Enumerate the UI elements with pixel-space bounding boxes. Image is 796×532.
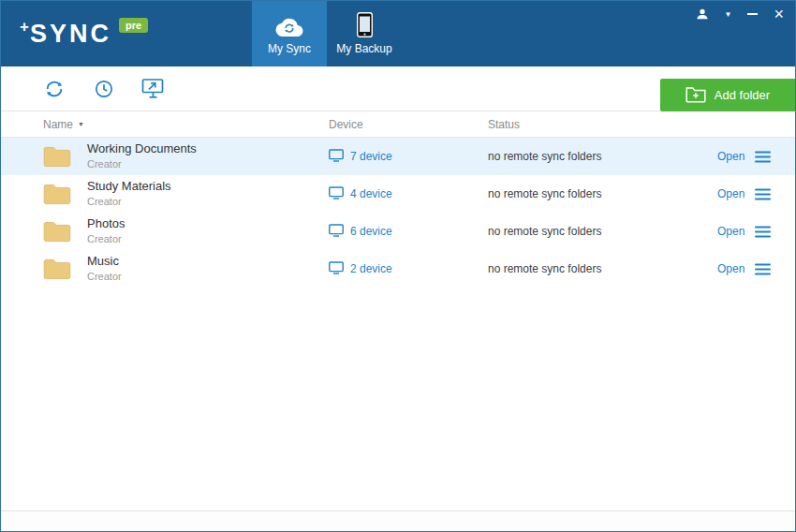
minimize-icon [747, 13, 758, 15]
device-count: 7 device [350, 150, 392, 163]
cloud-sync-icon [273, 12, 305, 37]
tab-my-backup-label: My Backup [336, 42, 391, 55]
row-actions: Open [717, 225, 795, 238]
column-header-status: Status [488, 118, 717, 131]
folder-row[interactable]: Music Creator 2 device no remote sync fo… [1, 250, 795, 288]
device-link[interactable]: 2 device [329, 261, 488, 277]
status-text: no remote sync folders [488, 225, 717, 238]
monitor-icon [329, 149, 344, 165]
close-button[interactable]: × [774, 7, 784, 21]
device-count: 6 device [350, 225, 392, 238]
column-header-name-label: Name [43, 118, 73, 131]
user-icon[interactable] [696, 7, 709, 21]
open-link[interactable]: Open [717, 262, 744, 275]
monitor-icon [329, 186, 344, 202]
sync-refresh-icon[interactable] [42, 78, 66, 100]
folder-list: Working Documents Creator 7 device no re… [1, 138, 795, 510]
folder-name: Photos [87, 216, 329, 232]
device-count: 2 device [350, 262, 392, 275]
folder-owner: Creator [87, 157, 329, 170]
row-menu-icon[interactable] [755, 151, 771, 163]
monitor-icon [329, 224, 344, 240]
folder-row[interactable]: Study Materials Creator 4 device no remo… [1, 175, 795, 213]
row-actions: Open [717, 150, 795, 163]
screen-share-icon[interactable] [141, 78, 166, 100]
status-text: no remote sync folders [488, 187, 717, 200]
main-tabs: My Sync My Backup [252, 1, 402, 66]
folder-name: Music [87, 254, 329, 270]
status-text: no remote sync folders [488, 150, 717, 163]
device-link[interactable]: 4 device [329, 186, 488, 202]
window-controls: ▼ × [696, 6, 784, 22]
app-logo: + SYNC pre [1, 1, 252, 66]
folder-icon [43, 183, 87, 206]
titlebar: + SYNC pre My Sync [1, 1, 795, 66]
status-bar [1, 510, 795, 531]
add-folder-label: Add folder [715, 88, 770, 102]
folder-row[interactable]: Working Documents Creator 7 device no re… [1, 138, 795, 175]
logo-plus: + [20, 18, 29, 37]
row-menu-icon[interactable] [755, 263, 771, 275]
row-menu-icon[interactable] [755, 226, 771, 238]
folder-name-cell: Music Creator [87, 254, 329, 283]
table-header: Name ▼ Device Status [1, 111, 795, 138]
minimize-button[interactable] [747, 13, 758, 15]
open-link[interactable]: Open [717, 150, 744, 163]
folder-name: Working Documents [87, 141, 329, 157]
folder-name-cell: Study Materials Creator [87, 179, 329, 208]
logo-text: SYNC [30, 20, 111, 49]
folder-name: Study Materials [87, 179, 329, 195]
monitor-icon [329, 261, 344, 277]
toolbar: Add folder [1, 66, 795, 111]
device-link[interactable]: 7 device [329, 149, 488, 165]
menu-caret-icon[interactable]: ▼ [725, 10, 732, 19]
row-menu-icon[interactable] [755, 188, 771, 200]
folder-name-cell: Photos Creator [87, 216, 329, 245]
sort-caret-icon: ▼ [78, 121, 84, 127]
device-link[interactable]: 6 device [329, 224, 488, 240]
folder-icon [43, 258, 87, 281]
add-folder-icon [685, 85, 706, 106]
folder-owner: Creator [87, 270, 329, 283]
pre-badge: pre [119, 18, 148, 33]
tab-my-sync[interactable]: My Sync [252, 1, 327, 66]
row-actions: Open [717, 187, 795, 200]
folder-owner: Creator [87, 195, 329, 208]
folder-icon [43, 145, 87, 169]
history-clock-icon[interactable] [92, 78, 116, 100]
open-link[interactable]: Open [717, 225, 744, 238]
folder-owner: Creator [87, 232, 329, 245]
tab-my-sync-label: My Sync [268, 42, 311, 55]
column-header-name[interactable]: Name ▼ [43, 118, 329, 131]
folder-name-cell: Working Documents Creator [87, 141, 329, 170]
row-actions: Open [717, 262, 795, 275]
tab-my-backup[interactable]: My Backup [327, 1, 402, 66]
device-count: 4 device [350, 187, 392, 200]
status-text: no remote sync folders [488, 262, 717, 275]
phone-icon [357, 12, 373, 37]
folder-row[interactable]: Photos Creator 6 device no remote sync f… [1, 213, 795, 250]
folder-icon [43, 220, 87, 244]
open-link[interactable]: Open [717, 187, 744, 200]
add-folder-button[interactable]: Add folder [660, 79, 795, 111]
app-window: + SYNC pre My Sync [0, 0, 796, 532]
column-header-device: Device [329, 118, 488, 131]
